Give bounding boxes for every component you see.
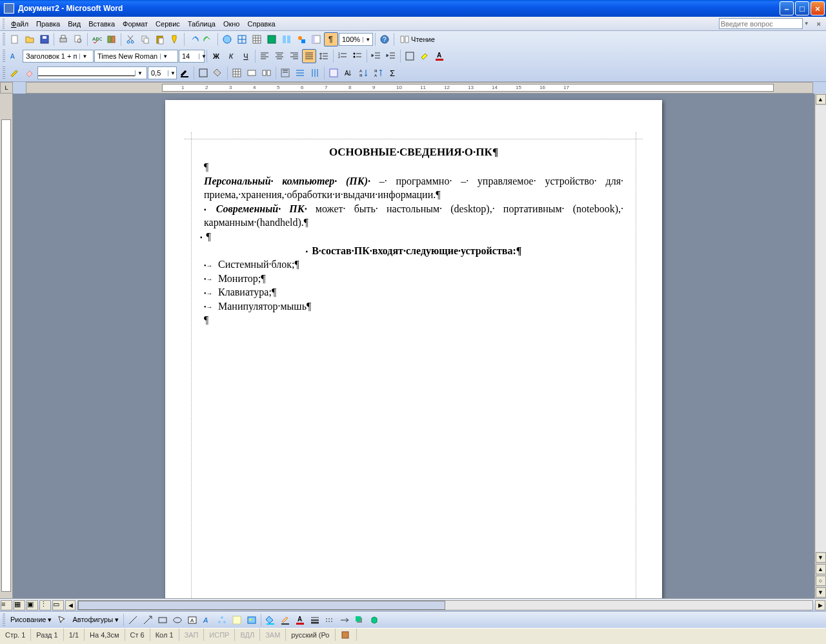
vertical-ruler[interactable] (0, 94, 13, 598)
doc-heading[interactable]: ОСНОВНЫЕ·СВЕДЕНИЯ·О·ПК¶ (204, 145, 623, 160)
split-cells-button[interactable] (259, 66, 274, 80)
browse-object-button[interactable]: ○ (816, 576, 826, 586)
line-spacing-button[interactable] (317, 49, 331, 63)
grip-handle[interactable] (3, 19, 5, 29)
menu-edit[interactable]: Правка (32, 19, 64, 29)
normal-view-button[interactable]: ≡ (1, 600, 12, 610)
paragraph-mark[interactable]: ¶ (204, 160, 623, 174)
3d-button[interactable] (367, 613, 381, 627)
distribute-rows-button[interactable] (293, 66, 307, 80)
bold-button[interactable]: Ж (209, 49, 223, 63)
help-button[interactable]: ? (378, 32, 392, 46)
print-preview-button[interactable] (71, 32, 85, 46)
scroll-left-button[interactable]: ◀ (65, 600, 76, 610)
new-doc-button[interactable] (8, 32, 22, 46)
copy-button[interactable] (138, 32, 152, 46)
next-page-button[interactable]: ▼ (816, 587, 826, 598)
status-spellcheck-icon[interactable] (336, 629, 357, 641)
web-view-button[interactable]: ▦ (14, 600, 25, 610)
numbered-list-button[interactable]: 12 (336, 49, 350, 63)
status-language[interactable]: русский (Ро (286, 629, 335, 641)
align-left-button[interactable] (257, 49, 272, 63)
paragraph-mark[interactable]: ¶ (200, 230, 623, 244)
shadow-button[interactable] (352, 613, 367, 627)
line-style-button[interactable] (308, 613, 322, 627)
help-question-box[interactable] (719, 18, 803, 29)
menu-tools[interactable]: Сервис (152, 19, 184, 29)
borders-button[interactable] (403, 49, 417, 63)
tab-selector[interactable]: L (0, 82, 13, 94)
font-dropdown[interactable]: Times New Roman▼ (94, 50, 178, 63)
paste-button[interactable] (153, 32, 167, 46)
close-button[interactable]: × (811, 1, 825, 15)
clipart-button[interactable] (230, 613, 244, 627)
align-center-button[interactable] (272, 49, 287, 63)
menu-window[interactable]: Окно (219, 19, 244, 29)
menu-help[interactable]: Справка (243, 19, 279, 29)
undo-button[interactable] (186, 32, 201, 46)
sort-desc-button[interactable]: ЯА (371, 66, 385, 80)
sort-asc-button[interactable]: АЯ (356, 66, 370, 80)
text-direction-button[interactable]: A (341, 66, 356, 80)
tables-borders-button[interactable] (235, 32, 249, 46)
line-style-dropdown[interactable]: ▼ (37, 66, 147, 79)
cut-button[interactable] (123, 32, 137, 46)
status-extend[interactable]: ВДЛ (235, 629, 260, 641)
grip-handle[interactable] (3, 33, 5, 46)
select-objects-button[interactable] (55, 613, 69, 627)
spellcheck-button[interactable]: ABC (90, 32, 104, 46)
list-item[interactable]: Манипулятор·мышь¶ (204, 299, 623, 314)
highlight-button[interactable] (418, 49, 432, 63)
wordart-button[interactable]: A (200, 613, 214, 627)
paragraph-mark[interactable]: ¶ (204, 313, 623, 327)
list-item[interactable]: Монитор;¶ (204, 272, 623, 286)
outline-view-button[interactable]: ⋮ (39, 600, 51, 610)
list-item[interactable]: Системный·блок;¶ (204, 257, 623, 272)
align-justify-button[interactable] (302, 49, 316, 63)
scroll-track[interactable] (816, 105, 826, 552)
columns-button[interactable] (279, 32, 294, 46)
rectangle-tool-button[interactable] (156, 613, 170, 627)
shading-color-button[interactable] (211, 66, 225, 80)
line-color-button[interactable] (278, 613, 292, 627)
document-page[interactable]: ОСНОВНЫЕ·СВЕДЕНИЯ·О·ПК¶ ¶ Персональный· … (165, 100, 662, 598)
line-weight-dropdown[interactable]: 0,5▼ (148, 66, 177, 79)
diagram-button[interactable] (215, 613, 229, 627)
status-overtype[interactable]: ЗАМ (260, 629, 286, 641)
autoformat-button[interactable] (327, 66, 341, 80)
menu-view[interactable]: Вид (64, 19, 85, 29)
horizontal-ruler[interactable]: 1234567891011121314151617 (26, 82, 813, 94)
drawing-toggle-button[interactable] (294, 32, 308, 46)
menu-file[interactable]: Файл (7, 19, 32, 29)
prev-page-button[interactable]: ▲ (816, 564, 826, 574)
show-marks-button[interactable]: ¶ (324, 32, 338, 46)
autosum-button[interactable]: Σ (386, 66, 400, 80)
horizontal-scrollbar[interactable] (77, 600, 813, 610)
styles-pane-button[interactable]: A (8, 49, 22, 63)
insert-table-button[interactable] (250, 32, 264, 46)
open-button[interactable] (23, 32, 37, 46)
eraser-button[interactable] (23, 66, 37, 80)
font-color-button-2[interactable]: A (293, 613, 307, 627)
arrow-style-button[interactable] (337, 613, 352, 627)
excel-button[interactable] (265, 32, 279, 46)
scroll-right-button[interactable]: ▶ (815, 600, 825, 610)
menu-insert[interactable]: Вставка (85, 19, 119, 29)
status-track[interactable]: ИСПР (204, 629, 235, 641)
decrease-indent-button[interactable] (369, 49, 383, 63)
underline-button[interactable]: Ч (239, 49, 253, 63)
dash-style-button[interactable] (323, 613, 337, 627)
research-button[interactable] (105, 32, 119, 46)
grip-handle[interactable] (3, 50, 5, 63)
status-record[interactable]: ЗАП (179, 629, 205, 641)
paragraph-1[interactable]: Персональный· компьютер· (ПК)· –· програ… (204, 174, 623, 202)
drawing-menu[interactable]: Рисование ▾ (8, 616, 54, 624)
oval-tool-button[interactable] (170, 613, 185, 627)
reading-view-button-2[interactable]: ▭ (52, 600, 64, 610)
insert-picture-button[interactable] (245, 613, 259, 627)
style-dropdown[interactable]: Заголовок 1 + п▼ (23, 50, 94, 63)
print-view-button[interactable]: ▣ (26, 600, 38, 610)
format-painter-button[interactable] (168, 32, 182, 46)
insert-table-button-2[interactable] (230, 66, 244, 80)
document-scroll-area[interactable]: ОСНОВНЫЕ·СВЕДЕНИЯ·О·ПК¶ ¶ Персональный· … (13, 94, 814, 598)
